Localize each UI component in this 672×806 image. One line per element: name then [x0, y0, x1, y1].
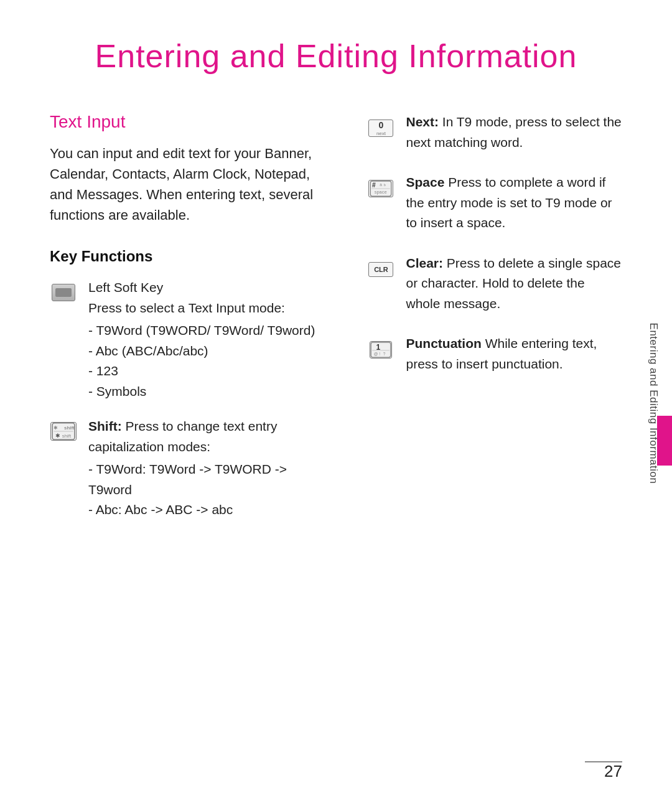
svg-text:a: a	[380, 182, 383, 187]
clear-text: Clear: Press to delete a single space or…	[406, 253, 622, 314]
punctuation-icon-box: 1 @ ! ?	[370, 341, 392, 358]
sublist-item: - 123	[88, 361, 315, 382]
next-label: Next:	[406, 115, 439, 129]
right-item-clear: CLR Clear: Press to delete a single spac…	[367, 253, 622, 314]
intro-text: You can input and edit text for your Ban…	[50, 143, 330, 225]
punctuation-text: Punctuation While entering text, press t…	[406, 334, 622, 374]
next-desc: In T9 mode, press to select the next mat…	[406, 115, 621, 149]
next-text: Next: In T9 mode, press to select the ne…	[406, 112, 622, 152]
one-svg: 1 @ ! ?	[370, 342, 392, 358]
clear-icon: CLR	[367, 256, 394, 283]
clear-label: Clear:	[406, 256, 443, 270]
softkey-icon	[50, 279, 77, 306]
clear-icon-box: CLR	[368, 262, 393, 277]
clear-icon-text: CLR	[374, 266, 388, 273]
shift-sublist-item: - T9Word: T9Word -> T9WORD -> T9word	[88, 459, 330, 500]
shift-icon-svg: ✱ shift ✱ shift	[52, 419, 75, 443]
key-item-shift: ✱ shift ✱ shift Shift: Press to change t…	[50, 416, 330, 520]
space-icon: # a b space	[367, 175, 394, 202]
sublist-item: - Symbols	[88, 382, 315, 402]
page-container: Entering and Editing Information Text In…	[0, 0, 672, 806]
softkey-label-text: Left Soft Key	[88, 280, 163, 294]
key-item-softkey: Left Soft Key Press to select a Text Inp…	[50, 278, 330, 401]
shift-icon-box: ✱ shift ✱ shift	[50, 422, 77, 441]
shift-text: Shift: Press to change text entry capita…	[88, 416, 330, 520]
softkey-label: Left Soft Key	[88, 278, 315, 298]
shift-sublist-item: - Abc: Abc -> ABC -> abc	[88, 500, 330, 520]
right-item-space: # a b space Space Press to complete a wo…	[367, 172, 622, 233]
sidebar-wrapper: Entering and Editing Information	[635, 0, 672, 806]
svg-text:shift: shift	[62, 433, 72, 439]
softkey-sublist: - T9Word (T9WORD/ T9Word/ T9word) - Abc …	[88, 321, 315, 401]
softkey-icon-box	[52, 284, 75, 301]
svg-text:space: space	[375, 189, 387, 195]
shift-label: Shift: Press to change text entry capita…	[88, 416, 330, 457]
svg-text:✱: ✱	[54, 425, 58, 431]
softkey-desc: Press to select a Text Input mode:	[88, 298, 315, 319]
next-icon-main: 0	[379, 120, 384, 130]
page-number: 27	[604, 762, 622, 781]
next-icon-box: 0 next	[368, 119, 393, 137]
shift-icon: ✱ shift ✱ shift	[50, 418, 77, 445]
punctuation-label: Punctuation	[406, 336, 481, 350]
svg-text:@: @	[374, 352, 378, 357]
svg-text:#: #	[373, 182, 376, 189]
right-item-next: 0 next Next: In T9 mode, press to select…	[367, 112, 622, 152]
section-title: Text Input	[50, 112, 330, 132]
next-icon-sub: next	[376, 131, 386, 136]
hash-svg: # a b space	[369, 180, 393, 197]
sublist-item: - Abc (ABC/Abc/abc)	[88, 341, 315, 362]
next-icon: 0 next	[367, 115, 394, 142]
svg-text:shift: shift	[64, 425, 75, 431]
svg-text:b: b	[384, 183, 386, 187]
softkey-text: Left Soft Key Press to select a Text Inp…	[88, 278, 315, 401]
sidebar-accent	[657, 416, 672, 466]
shift-sublist: - T9Word: T9Word -> T9WORD -> T9word - A…	[88, 459, 330, 520]
page-title: Entering and Editing Information	[50, 37, 622, 75]
sublist-item: - T9Word (T9WORD/ T9Word/ T9word)	[88, 321, 315, 341]
softkey-icon-inner	[55, 288, 72, 297]
shift-label-bold: Shift:	[88, 419, 122, 433]
space-text: Space Press to complete a word if the en…	[406, 172, 622, 233]
svg-text:!: !	[380, 352, 381, 357]
punctuation-icon: 1 @ ! ?	[367, 336, 394, 363]
key-functions-title: Key Functions	[50, 248, 330, 265]
content-area: Text Input You can input and edit text f…	[50, 112, 622, 535]
right-column: 0 next Next: In T9 mode, press to select…	[367, 112, 622, 535]
svg-text:?: ?	[383, 352, 386, 357]
right-item-punctuation: 1 @ ! ? Punctuation While entering text,…	[367, 334, 622, 374]
space-icon-box: # a b space	[368, 180, 393, 197]
space-label: Space	[406, 175, 444, 189]
svg-text:✱: ✱	[55, 433, 60, 439]
left-column: Text Input You can input and edit text f…	[50, 112, 330, 535]
